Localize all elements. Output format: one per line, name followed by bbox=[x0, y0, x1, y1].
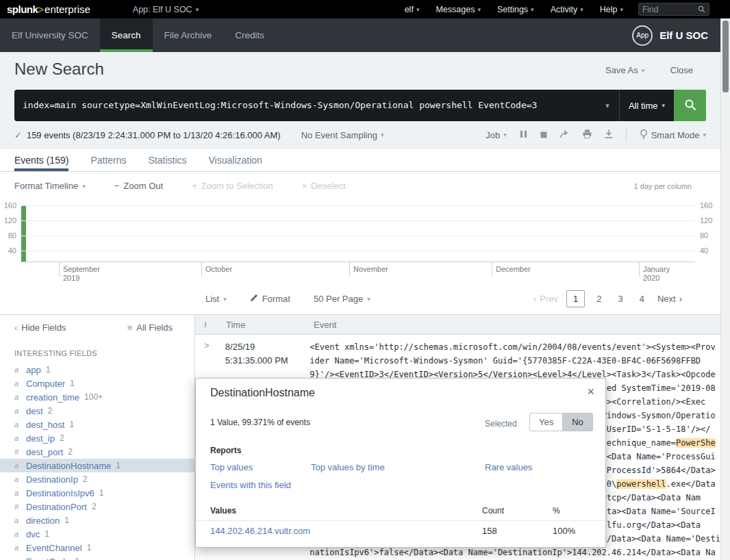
page-button-1[interactable]: 1 bbox=[566, 290, 585, 307]
app-context-menu[interactable]: App: Elf U SOC ▾ bbox=[133, 5, 199, 14]
navbar-item-elf-university-soc[interactable]: Elf University SOC bbox=[0, 18, 100, 52]
field-row-dest-host[interactable]: adest_host1 bbox=[0, 418, 194, 431]
search-button[interactable] bbox=[674, 90, 706, 121]
field-row-destinationhostname[interactable]: aDestinationHostname1 bbox=[0, 459, 194, 472]
page-button-2[interactable]: 2 bbox=[592, 291, 606, 307]
hide-fields-button[interactable]: ‹ Hide Fields bbox=[14, 322, 66, 333]
field-row-direction[interactable]: adirection1 bbox=[0, 513, 194, 527]
all-fields-button[interactable]: ≡ All Fields bbox=[127, 322, 173, 333]
share-button[interactable] bbox=[560, 130, 570, 140]
reports-label: Reports bbox=[210, 446, 241, 455]
count-column-label: Count bbox=[482, 506, 504, 516]
popup-link-top-values[interactable]: Top values bbox=[210, 462, 253, 472]
popup-link-events-with-this-field[interactable]: Events with this field bbox=[210, 480, 291, 490]
navbar-item-search[interactable]: Search bbox=[100, 18, 153, 52]
query-expand-caret[interactable]: ▾ bbox=[596, 90, 619, 121]
per-page-menu[interactable]: 50 Per Page ▾ bbox=[314, 294, 370, 304]
smart-mode-menu[interactable]: Smart Mode ▾ bbox=[640, 129, 706, 141]
field-row-creation-time[interactable]: acreation_time100+ bbox=[0, 390, 194, 404]
tab-visualization[interactable]: Visualization bbox=[209, 149, 262, 171]
deselect-x-icon: × bbox=[302, 181, 307, 191]
field-row-computer[interactable]: aComputer1 bbox=[0, 377, 194, 390]
result-tabs: Events (159)PatternsStatisticsVisualizat… bbox=[0, 149, 720, 172]
selected-yes-button[interactable]: Yes bbox=[529, 413, 563, 431]
event-date: 8/25/19 bbox=[225, 340, 308, 354]
close-icon[interactable]: × bbox=[587, 385, 594, 399]
page-button-3[interactable]: 3 bbox=[613, 291, 627, 307]
search-query-input[interactable]: index=main sourcetype=XmlWinEventLog:Mic… bbox=[14, 90, 596, 121]
format-menu[interactable]: Format bbox=[250, 294, 290, 304]
topbar-menu-messages[interactable]: Messages▾ bbox=[436, 5, 481, 14]
y-axis-label: 120 bbox=[700, 216, 715, 225]
field-row-dvc[interactable]: advc1 bbox=[0, 527, 194, 541]
page-button-4[interactable]: 4 bbox=[635, 291, 649, 307]
save-as-menu[interactable]: Save As ▾ bbox=[605, 65, 644, 75]
next-page-button[interactable]: Next › bbox=[657, 294, 682, 304]
popup-link-top-values-by-time[interactable]: Top values by time bbox=[311, 462, 385, 472]
topbar-menu-activity[interactable]: Activity▾ bbox=[551, 5, 583, 14]
timeline-bar[interactable] bbox=[21, 206, 26, 262]
tab-statistics[interactable]: Statistics bbox=[149, 149, 187, 171]
x-axis-tick bbox=[492, 262, 492, 277]
zoom-out-button[interactable]: − Zoom Out bbox=[114, 181, 163, 191]
find-box[interactable] bbox=[638, 3, 709, 16]
month-name: January bbox=[643, 265, 670, 274]
field-name: EventChannel bbox=[26, 543, 82, 553]
field-row-app[interactable]: aapp1 bbox=[0, 363, 194, 377]
fields-sidebar: ‹ Hide Fields ≡ All Fields INTERESTING F… bbox=[0, 315, 195, 560]
time-range-picker[interactable]: All time ▾ bbox=[619, 90, 674, 121]
field-type: a bbox=[14, 530, 23, 538]
field-name: direction bbox=[26, 516, 60, 526]
field-row-destinationport[interactable]: #DestinationPort2 bbox=[0, 500, 194, 513]
field-row-dest[interactable]: adest2 bbox=[0, 404, 194, 418]
field-count: 1 bbox=[87, 543, 92, 552]
popup-summary: 1 Value, 99.371% of events bbox=[210, 418, 310, 427]
stop-button[interactable] bbox=[540, 130, 547, 140]
field-row-destinationisipv6[interactable]: aDestinationIsIpv61 bbox=[0, 486, 194, 500]
topbar: splunk>enterprise App: Elf U SOC ▾ elf▾M… bbox=[0, 0, 720, 18]
scrollbar-track[interactable] bbox=[720, 18, 730, 560]
month-name: October bbox=[205, 265, 232, 274]
field-row-dest-port[interactable]: #dest_port2 bbox=[0, 445, 194, 459]
navbar-item-file-archive[interactable]: File Archive bbox=[153, 18, 224, 52]
format-timeline-menu[interactable]: Format Timeline ▾ bbox=[14, 181, 86, 191]
selected-no-button[interactable]: No bbox=[563, 413, 593, 431]
splunk-logo[interactable]: splunk>enterprise bbox=[7, 3, 90, 15]
x-axis-label: October bbox=[205, 265, 232, 274]
y-axis-label: 160 bbox=[1, 201, 16, 209]
zoom-to-selection-button: + Zoom to Selection bbox=[192, 181, 273, 191]
event-column-header: Event bbox=[312, 320, 720, 330]
field-count: 2 bbox=[48, 406, 53, 416]
tab-events-159[interactable]: Events (159) bbox=[14, 149, 68, 171]
close-button[interactable]: Close bbox=[670, 65, 693, 75]
export-button[interactable] bbox=[605, 129, 613, 140]
value-link[interactable]: 144.202.46.214.vultr.com bbox=[210, 526, 310, 536]
field-row-eventchannel[interactable]: aEventChannel1 bbox=[0, 541, 194, 555]
caret-down-icon: ▾ bbox=[381, 131, 384, 138]
app-name: Elf U SOC bbox=[659, 29, 708, 41]
topbar-menu-help[interactable]: Help▾ bbox=[600, 5, 623, 14]
job-menu[interactable]: Job ▾ bbox=[486, 130, 507, 140]
topbar-menu-elf[interactable]: elf▾ bbox=[405, 5, 420, 14]
find-input[interactable] bbox=[642, 5, 698, 14]
x-axis-tick bbox=[59, 262, 60, 277]
field-row-eventcode[interactable]: aEventCode1 bbox=[0, 555, 194, 560]
pause-button[interactable] bbox=[520, 130, 527, 140]
app-context-label: App: Elf U SOC bbox=[133, 5, 192, 14]
field-row-dest-ip[interactable]: adest_ip2 bbox=[0, 431, 194, 445]
print-button[interactable] bbox=[583, 129, 592, 140]
divider bbox=[196, 520, 605, 521]
navbar-item-credits[interactable]: Credits bbox=[223, 18, 276, 52]
share-icon bbox=[560, 130, 570, 140]
event-sampling-menu[interactable]: No Event Sampling ▾ bbox=[301, 130, 384, 140]
field-row-destinationip[interactable]: aDestinationIp2 bbox=[0, 472, 194, 486]
tab-patterns[interactable]: Patterns bbox=[90, 149, 126, 171]
scrollbar-thumb[interactable] bbox=[722, 21, 729, 92]
topbar-menu-settings[interactable]: Settings▾ bbox=[497, 5, 534, 14]
caret-down-icon: ▾ bbox=[416, 6, 420, 13]
popup-link-rare-values[interactable]: Rare values bbox=[485, 462, 532, 472]
list-view-menu[interactable]: List ▾ bbox=[205, 294, 227, 304]
caret-down-icon: ▾ bbox=[531, 6, 534, 13]
caret-down-icon: ▾ bbox=[367, 296, 370, 303]
y-axis-label: 80 bbox=[1, 231, 16, 240]
